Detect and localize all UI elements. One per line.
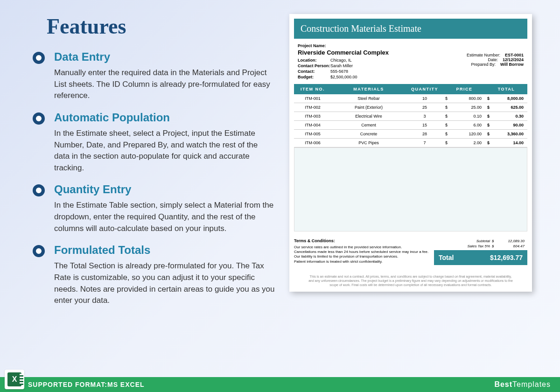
- feature-data-entry: Data Entry Manually enter the required d…: [33, 50, 275, 102]
- document-title: Construction Materials Estimate: [294, 19, 527, 39]
- totals-block: Subtotal$12,089.30 Sales Tax 5%$604.47 T…: [434, 238, 527, 265]
- features-column: Features Data Entry Manually enter the r…: [33, 14, 289, 377]
- bullet-icon: [33, 112, 45, 125]
- cell-total: $90.00: [485, 123, 527, 127]
- excel-icon: X: [5, 370, 24, 389]
- grand-total-row: Total $12,693.77: [434, 250, 527, 265]
- location-value: Chicago, IL: [330, 58, 352, 63]
- cell-qty: 15: [406, 123, 443, 127]
- feature-formulated-totals: Formulated Totals The Total Section is a…: [33, 244, 275, 307]
- cell-total: $0.30: [485, 114, 527, 119]
- page-title: Features: [47, 14, 275, 39]
- cell-qty: 10: [406, 96, 443, 101]
- feature-title: Automatic Population: [54, 111, 275, 124]
- cell-price: $2.00: [443, 140, 485, 145]
- cell-item: ITM-005: [294, 132, 331, 136]
- contact-label: Contact:: [298, 69, 330, 74]
- supported-format-label: SUPPORTED FORMAT:: [28, 381, 107, 388]
- cell-price: $6.00: [443, 123, 485, 127]
- feature-body: The Total Section is already pre-formula…: [54, 260, 275, 307]
- feature-body: In the Estimate sheet, select a Project,…: [54, 128, 275, 174]
- estimate-number-value: EST-0001: [505, 53, 524, 57]
- bullet-icon: [33, 245, 45, 257]
- subtotal-value: 12,089.30: [497, 239, 525, 243]
- header-materials: MATERIALS: [331, 87, 406, 91]
- terms-line: Our service rates are outlined in the pr…: [294, 245, 429, 250]
- cell-qty: 25: [406, 105, 443, 110]
- estimate-number-label: Estimate Number:: [463, 53, 500, 57]
- cell-total: $14.00: [485, 140, 527, 145]
- cell-item: ITM-001: [294, 96, 331, 101]
- totals-section: Terms & Conditions: Our service rates ar…: [294, 238, 527, 265]
- feature-quantity-entry: Quantity Entry In the Estimate Table sec…: [33, 183, 275, 234]
- tax-label: Sales Tax 5%: [437, 244, 490, 248]
- budget-label: Budget:: [298, 75, 330, 79]
- cell-item: ITM-004: [294, 123, 331, 127]
- grand-total-value: $12,693.77: [490, 254, 523, 261]
- feature-body: Manually enter the required data in the …: [54, 67, 275, 102]
- feature-body: In the Estimate Table section, simply se…: [54, 200, 275, 234]
- document-preview-column: Construction Materials Estimate Project …: [289, 14, 537, 377]
- cell-qty: 7: [406, 140, 443, 145]
- feature-auto-population: Automatic Population In the Estimate she…: [33, 111, 275, 174]
- table-row: ITM-005Concrete28$120.00$3,360.00: [294, 130, 527, 139]
- date-value: 12/12/2024: [503, 57, 524, 62]
- feature-title: Data Entry: [54, 50, 275, 63]
- cell-price: $120.00: [443, 132, 485, 136]
- cell-material: Cement: [331, 123, 406, 127]
- table-row: ITM-002Paint (Exterior)25$25.00$625.00: [294, 103, 527, 112]
- project-name: Riverside Commercial Complex: [298, 49, 433, 56]
- table-row: ITM-001Steel Rebar10$800.00$8,000.00: [294, 94, 527, 103]
- table-row: ITM-006PVC Pipes7$2.00$14.00: [294, 139, 527, 147]
- cell-price: $25.00: [443, 105, 485, 110]
- cell-total: $8,000.00: [485, 96, 527, 101]
- bullet-icon: [33, 184, 45, 196]
- cell-material: Concrete: [331, 132, 406, 136]
- header-total: TOTAL: [485, 87, 527, 91]
- cell-price: $0.10: [443, 114, 485, 119]
- feature-title: Formulated Totals: [54, 244, 275, 257]
- footer-bar: SUPPORTED FORMAT: MS EXCEL BestTemplates: [0, 377, 560, 392]
- document-preview: Construction Materials Estimate Project …: [289, 14, 532, 292]
- header-quantity: QUANTITY: [406, 87, 443, 91]
- feature-title: Quantity Entry: [54, 183, 275, 196]
- table-row: ITM-004Cement15$6.00$90.00: [294, 121, 527, 130]
- cell-material: PVC Pipes: [331, 140, 406, 145]
- cell-total: $3,360.00: [485, 132, 527, 136]
- tax-value: 604.47: [497, 244, 525, 248]
- terms-line: Patient information is treated with stri…: [294, 259, 429, 264]
- total-label: Total: [439, 254, 454, 261]
- cell-item: ITM-002: [294, 105, 331, 110]
- contact-value: 555-5678: [330, 69, 348, 74]
- cell-item: ITM-003: [294, 114, 331, 119]
- subtotal-label: Subtotal: [437, 239, 490, 243]
- terms-line: Our liability is limited to the provisio…: [294, 254, 429, 259]
- contact-person-value: Sarah Miller: [330, 63, 353, 68]
- header-price: PRICE: [443, 87, 485, 91]
- table-header: ITEM NO. MATERIALS QUANTITY PRICE TOTAL: [294, 84, 527, 94]
- cell-total: $625.00: [485, 105, 527, 110]
- terms-block: Terms & Conditions: Our service rates ar…: [294, 238, 434, 265]
- supported-format-value: MS EXCEL: [107, 381, 145, 388]
- cell-material: Paint (Exterior): [331, 105, 406, 110]
- prepared-by-label: Prepared By:: [458, 62, 496, 67]
- table-body: ITM-001Steel Rebar10$800.00$8,000.00ITM-…: [294, 94, 527, 147]
- cell-qty: 28: [406, 132, 443, 136]
- prepared-by-value: Will Borrow: [500, 62, 524, 67]
- document-meta: Project Name: Riverside Commercial Compl…: [294, 39, 527, 84]
- empty-rows-area: [294, 147, 527, 231]
- bullet-icon: [33, 52, 45, 64]
- terms-title: Terms & Conditions:: [294, 238, 429, 244]
- terms-line: Cancellations made less than 24 hours be…: [294, 250, 429, 254]
- disclaimer: This is an estimate and not a contract. …: [294, 274, 527, 287]
- budget-value: $2,500,000.00: [330, 75, 357, 79]
- cell-material: Steel Rebar: [331, 96, 406, 101]
- contact-person-label: Contact Person:: [298, 63, 330, 68]
- cell-price: $800.00: [443, 96, 485, 101]
- date-label: Date:: [461, 57, 498, 62]
- cell-material: Electrical Wire: [331, 114, 406, 119]
- table-row: ITM-003Electrical Wire3$0.10$0.30: [294, 112, 527, 121]
- brand-logo: BestTemplates: [494, 380, 551, 389]
- location-label: Location:: [298, 58, 330, 63]
- cell-qty: 3: [406, 114, 443, 119]
